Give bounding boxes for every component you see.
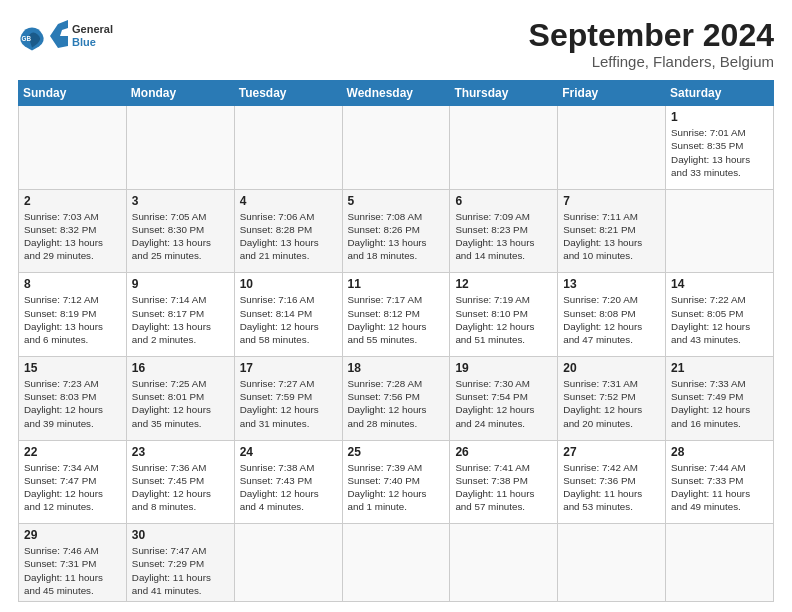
day-number: 14 — [671, 277, 768, 291]
col-saturday: Saturday — [666, 81, 774, 106]
day-info: Sunrise: 7:41 AMSunset: 7:38 PMDaylight:… — [455, 461, 552, 514]
table-row: 24 Sunrise: 7:38 AMSunset: 7:43 PMDaylig… — [234, 440, 342, 524]
table-row: 18 Sunrise: 7:28 AMSunset: 7:56 PMDaylig… — [342, 356, 450, 440]
table-row: 28 Sunrise: 7:44 AMSunset: 7:33 PMDaylig… — [666, 440, 774, 524]
day-info: Sunrise: 7:44 AMSunset: 7:33 PMDaylight:… — [671, 461, 768, 514]
logo-text: General Blue — [50, 18, 125, 59]
table-row — [558, 524, 666, 602]
day-number: 16 — [132, 361, 229, 375]
header: GB General Blue September 2024 Leffinge,… — [18, 18, 774, 70]
title-block: September 2024 Leffinge, Flanders, Belgi… — [529, 18, 774, 70]
day-info: Sunrise: 7:08 AMSunset: 8:26 PMDaylight:… — [348, 210, 445, 263]
table-row: 11 Sunrise: 7:17 AMSunset: 8:12 PMDaylig… — [342, 273, 450, 357]
svg-text:General: General — [72, 23, 113, 35]
day-number: 5 — [348, 194, 445, 208]
table-row: 25 Sunrise: 7:39 AMSunset: 7:40 PMDaylig… — [342, 440, 450, 524]
table-row: 7 Sunrise: 7:11 AMSunset: 8:21 PMDayligh… — [558, 189, 666, 273]
table-row: 22 Sunrise: 7:34 AMSunset: 7:47 PMDaylig… — [19, 440, 127, 524]
day-number: 21 — [671, 361, 768, 375]
day-number: 29 — [24, 528, 121, 542]
table-row — [342, 524, 450, 602]
day-number: 7 — [563, 194, 660, 208]
col-monday: Monday — [126, 81, 234, 106]
table-row — [450, 106, 558, 190]
table-row: 1 Sunrise: 7:01 AMSunset: 8:35 PMDayligh… — [666, 106, 774, 190]
day-info: Sunrise: 7:09 AMSunset: 8:23 PMDaylight:… — [455, 210, 552, 263]
table-row: 15 Sunrise: 7:23 AMSunset: 8:03 PMDaylig… — [19, 356, 127, 440]
svg-marker-1 — [50, 20, 68, 48]
table-row: 19 Sunrise: 7:30 AMSunset: 7:54 PMDaylig… — [450, 356, 558, 440]
day-info: Sunrise: 7:11 AMSunset: 8:21 PMDaylight:… — [563, 210, 660, 263]
col-wednesday: Wednesday — [342, 81, 450, 106]
table-row: 16 Sunrise: 7:25 AMSunset: 8:01 PMDaylig… — [126, 356, 234, 440]
day-number: 8 — [24, 277, 121, 291]
day-number: 2 — [24, 194, 121, 208]
table-row: 5 Sunrise: 7:08 AMSunset: 8:26 PMDayligh… — [342, 189, 450, 273]
header-row: Sunday Monday Tuesday Wednesday Thursday… — [19, 81, 774, 106]
day-number: 22 — [24, 445, 121, 459]
table-row: 8 Sunrise: 7:12 AMSunset: 8:19 PMDayligh… — [19, 273, 127, 357]
day-number: 26 — [455, 445, 552, 459]
day-number: 23 — [132, 445, 229, 459]
table-row — [234, 524, 342, 602]
table-row — [19, 106, 127, 190]
day-info: Sunrise: 7:42 AMSunset: 7:36 PMDaylight:… — [563, 461, 660, 514]
table-row — [126, 106, 234, 190]
day-number: 10 — [240, 277, 337, 291]
day-number: 28 — [671, 445, 768, 459]
day-number: 13 — [563, 277, 660, 291]
table-row — [666, 189, 774, 273]
day-number: 12 — [455, 277, 552, 291]
day-info: Sunrise: 7:20 AMSunset: 8:08 PMDaylight:… — [563, 293, 660, 346]
day-info: Sunrise: 7:17 AMSunset: 8:12 PMDaylight:… — [348, 293, 445, 346]
day-number: 15 — [24, 361, 121, 375]
table-row: 20 Sunrise: 7:31 AMSunset: 7:52 PMDaylig… — [558, 356, 666, 440]
table-row — [666, 524, 774, 602]
page: GB General Blue September 2024 Leffinge,… — [0, 0, 792, 612]
table-row: 2 Sunrise: 7:03 AMSunset: 8:32 PMDayligh… — [19, 189, 127, 273]
day-info: Sunrise: 7:28 AMSunset: 7:56 PMDaylight:… — [348, 377, 445, 430]
day-info: Sunrise: 7:30 AMSunset: 7:54 PMDaylight:… — [455, 377, 552, 430]
day-number: 9 — [132, 277, 229, 291]
logo-general: General Blue — [50, 18, 125, 59]
table-row: 12 Sunrise: 7:19 AMSunset: 8:10 PMDaylig… — [450, 273, 558, 357]
table-row: 30 Sunrise: 7:47 AMSunset: 7:29 PMDaylig… — [126, 524, 234, 602]
svg-text:GB: GB — [22, 35, 32, 42]
day-number: 18 — [348, 361, 445, 375]
table-row: 3 Sunrise: 7:05 AMSunset: 8:30 PMDayligh… — [126, 189, 234, 273]
day-info: Sunrise: 7:05 AMSunset: 8:30 PMDaylight:… — [132, 210, 229, 263]
col-thursday: Thursday — [450, 81, 558, 106]
table-row: 9 Sunrise: 7:14 AMSunset: 8:17 PMDayligh… — [126, 273, 234, 357]
day-info: Sunrise: 7:38 AMSunset: 7:43 PMDaylight:… — [240, 461, 337, 514]
day-number: 30 — [132, 528, 229, 542]
day-number: 24 — [240, 445, 337, 459]
day-number: 27 — [563, 445, 660, 459]
table-row: 23 Sunrise: 7:36 AMSunset: 7:45 PMDaylig… — [126, 440, 234, 524]
month-title: September 2024 — [529, 18, 774, 53]
calendar-table: Sunday Monday Tuesday Wednesday Thursday… — [18, 80, 774, 602]
table-row: 4 Sunrise: 7:06 AMSunset: 8:28 PMDayligh… — [234, 189, 342, 273]
svg-text:Blue: Blue — [72, 36, 96, 48]
day-info: Sunrise: 7:39 AMSunset: 7:40 PMDaylight:… — [348, 461, 445, 514]
table-row: 13 Sunrise: 7:20 AMSunset: 8:08 PMDaylig… — [558, 273, 666, 357]
day-info: Sunrise: 7:22 AMSunset: 8:05 PMDaylight:… — [671, 293, 768, 346]
table-row — [234, 106, 342, 190]
table-row: 29 Sunrise: 7:46 AMSunset: 7:31 PMDaylig… — [19, 524, 127, 602]
table-row — [450, 524, 558, 602]
day-number: 11 — [348, 277, 445, 291]
day-number: 6 — [455, 194, 552, 208]
day-number: 3 — [132, 194, 229, 208]
table-row: 21 Sunrise: 7:33 AMSunset: 7:49 PMDaylig… — [666, 356, 774, 440]
col-sunday: Sunday — [19, 81, 127, 106]
day-info: Sunrise: 7:46 AMSunset: 7:31 PMDaylight:… — [24, 544, 121, 597]
day-number: 25 — [348, 445, 445, 459]
day-info: Sunrise: 7:27 AMSunset: 7:59 PMDaylight:… — [240, 377, 337, 430]
table-row: 17 Sunrise: 7:27 AMSunset: 7:59 PMDaylig… — [234, 356, 342, 440]
table-row — [558, 106, 666, 190]
col-tuesday: Tuesday — [234, 81, 342, 106]
day-info: Sunrise: 7:36 AMSunset: 7:45 PMDaylight:… — [132, 461, 229, 514]
day-number: 19 — [455, 361, 552, 375]
day-number: 4 — [240, 194, 337, 208]
day-number: 17 — [240, 361, 337, 375]
table-row — [342, 106, 450, 190]
